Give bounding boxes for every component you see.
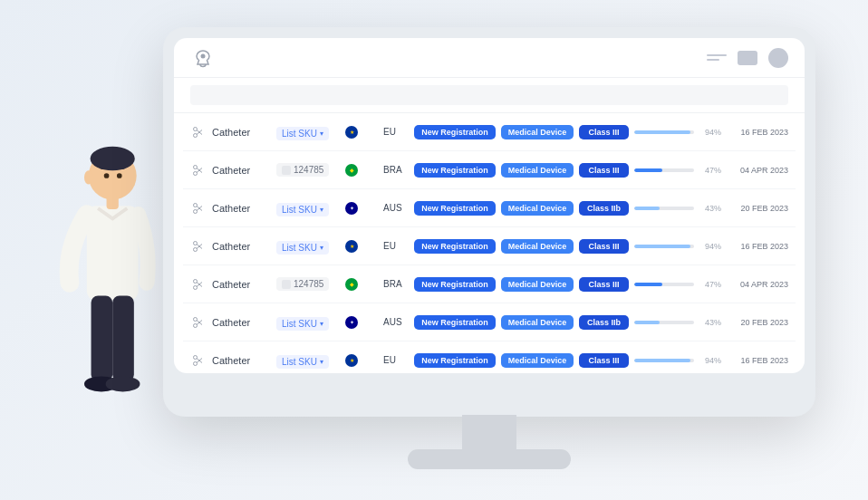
country-flag-icon: ✦ (345, 202, 358, 215)
progress-bar (634, 359, 694, 362)
country-code: EU (383, 241, 409, 251)
table-row[interactable]: Catheter List SKU ▾ ✦ AUS New Registrati… (183, 189, 796, 227)
country-flag-icon: ◆ (345, 278, 358, 291)
scissors-icon (190, 200, 207, 216)
sku-value: 124785 (294, 279, 323, 289)
sku-cell: 124785 (276, 276, 340, 293)
country-code: AUS (383, 203, 409, 213)
app-logo (190, 45, 216, 71)
svg-point-9 (117, 173, 122, 178)
sku-label: List SKU (282, 319, 317, 329)
table-row[interactable]: Catheter 124785 ◆ BRA New Registration M… (183, 265, 796, 303)
progress-bar (634, 321, 694, 324)
date-cell: 16 FEB 2023 (727, 128, 788, 137)
svg-point-7 (84, 170, 92, 184)
progress-percent: 47% (699, 280, 721, 289)
progress-fill (634, 245, 690, 248)
class-badge: Class III (579, 163, 629, 178)
sku-list-btn[interactable]: List SKU ▾ (276, 355, 329, 369)
progress-bar (634, 168, 694, 172)
sku-list-btn[interactable]: List SKU ▾ (276, 317, 329, 331)
country-flag-icon: ◆ (345, 164, 358, 177)
sku-cell: 124785 (276, 162, 340, 178)
progress-area: 94% (634, 242, 721, 251)
scissors-icon (190, 238, 207, 255)
hamburger-icon[interactable] (707, 54, 727, 61)
country-flag-icon: ★ (345, 354, 358, 367)
new-registration-badge: New Registration (414, 201, 496, 216)
progress-percent: 43% (699, 318, 721, 327)
sku-cell: List SKU ▾ (276, 124, 340, 140)
new-registration-badge: New Registration (414, 239, 496, 254)
progress-fill (634, 321, 660, 324)
search-area (174, 78, 805, 113)
table-row[interactable]: Catheter 124785 ◆ BRA New Registration M… (183, 151, 796, 189)
svg-point-1 (91, 147, 135, 170)
monitor: Catheter List SKU ▾ ★ EU New Registratio… (163, 27, 815, 417)
device-name: Catheter (212, 203, 271, 214)
progress-fill (634, 130, 690, 134)
chevron-down-icon: ▾ (320, 358, 323, 366)
sku-list-btn[interactable]: List SKU ▾ (276, 203, 329, 216)
progress-area: 94% (634, 356, 721, 365)
country-code: AUS (383, 317, 409, 327)
table-row[interactable]: Catheter List SKU ▾ ★ EU New Registratio… (183, 341, 796, 373)
device-name: Catheter (212, 127, 271, 138)
progress-bar (634, 207, 694, 210)
window-controls-icon[interactable] (738, 51, 757, 65)
progress-percent: 43% (699, 204, 721, 213)
search-bar[interactable] (190, 85, 788, 105)
date-cell: 04 APR 2023 (727, 280, 788, 289)
menu-line-2 (707, 59, 719, 61)
sku-cell: List SKU ▾ (276, 200, 340, 216)
progress-fill (634, 168, 662, 172)
sku-list-btn[interactable]: List SKU ▾ (276, 241, 329, 255)
svg-point-8 (104, 173, 110, 178)
progress-area: 47% (634, 280, 721, 289)
country-code: BRA (383, 279, 409, 289)
scissors-icon (190, 276, 207, 293)
scene: Catheter List SKU ▾ ★ EU New Registratio… (0, 0, 868, 500)
medical-device-badge: Medical Device (501, 353, 574, 368)
sku-number: 124785 (276, 277, 329, 291)
progress-area: 43% (634, 318, 721, 327)
new-registration-badge: New Registration (414, 353, 496, 368)
class-badge: Class IIb (579, 201, 629, 216)
medical-device-badge: Medical Device (501, 239, 574, 254)
sku-list-btn[interactable]: List SKU ▾ (276, 127, 329, 140)
table-row[interactable]: Catheter List SKU ▾ ★ EU New Registratio… (183, 227, 796, 265)
table-row[interactable]: Catheter List SKU ▾ ✦ AUS New Registrati… (183, 303, 796, 341)
progress-bar (634, 130, 694, 134)
svg-rect-4 (112, 295, 134, 381)
class-badge: Class III (579, 277, 629, 292)
sku-cell: List SKU ▾ (276, 314, 340, 331)
flag-cell: ◆ (345, 164, 378, 177)
medical-device-badge: Medical Device (501, 125, 574, 139)
user-avatar[interactable] (768, 48, 788, 68)
monitor-stand-base (408, 449, 571, 469)
date-cell: 20 FEB 2023 (727, 318, 788, 327)
monitor-screen: Catheter List SKU ▾ ★ EU New Registratio… (174, 38, 805, 373)
medical-device-badge: Medical Device (501, 277, 574, 292)
sku-cell: List SKU ▾ (276, 352, 340, 369)
person-illustration (36, 129, 163, 446)
progress-area: 94% (634, 128, 721, 137)
flag-cell: ★ (345, 240, 378, 253)
progress-bar (634, 283, 694, 286)
date-cell: 04 APR 2023 (727, 166, 788, 175)
progress-fill (634, 283, 662, 286)
country-code: BRA (383, 165, 409, 175)
chevron-down-icon: ▾ (320, 244, 323, 252)
new-registration-badge: New Registration (414, 125, 496, 139)
flag-cell: ◆ (345, 278, 378, 291)
new-registration-badge: New Registration (414, 163, 496, 178)
country-flag-icon: ✦ (345, 316, 358, 329)
table-row[interactable]: Catheter List SKU ▾ ★ EU New Registratio… (183, 113, 796, 151)
medical-device-badge: Medical Device (501, 163, 574, 178)
sku-label: List SKU (282, 205, 317, 215)
device-name: Catheter (212, 317, 271, 328)
monitor-stand-neck (462, 415, 516, 453)
progress-area: 47% (634, 166, 721, 175)
country-code: EU (383, 355, 409, 365)
scissors-icon (190, 162, 207, 178)
